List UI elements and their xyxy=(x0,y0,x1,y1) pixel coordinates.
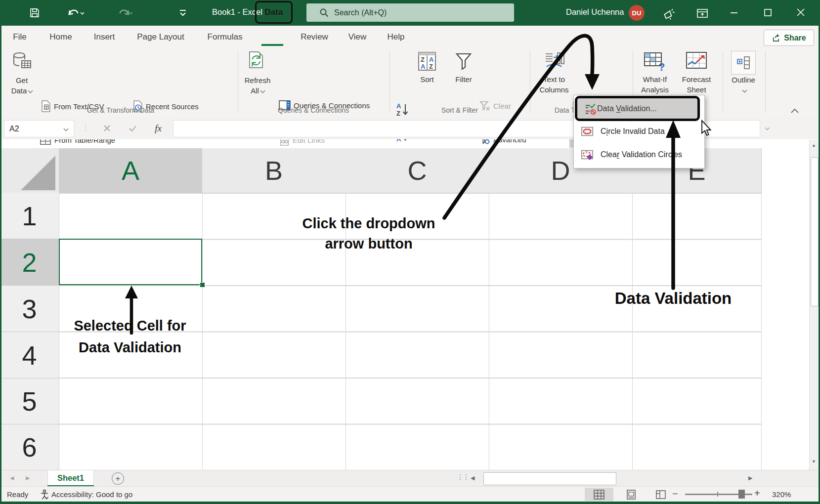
page-break-view-icon xyxy=(655,490,666,500)
filter-button[interactable]: Filter xyxy=(450,51,477,84)
column-header-b[interactable]: B xyxy=(202,148,346,193)
horizontal-scrollbar-thumb[interactable] xyxy=(483,472,616,485)
sort-label: Sort xyxy=(420,75,434,84)
refresh-all-button[interactable]: Refresh All xyxy=(240,51,275,96)
chevron-down-icon xyxy=(742,88,747,93)
menu-item-clear-validation-circles[interactable]: Clear Validation Circles xyxy=(574,144,704,165)
name-box[interactable]: A2 xyxy=(4,120,74,137)
filter-label: Filter xyxy=(455,75,472,84)
share-button[interactable]: Share xyxy=(764,30,814,46)
group-divider xyxy=(765,51,766,112)
filter-icon xyxy=(454,51,474,72)
sort-button[interactable]: ZAAZ Sort xyxy=(414,51,440,84)
group-label-get-transform: Get & Transform Data xyxy=(87,106,154,114)
cancel-button xyxy=(97,120,117,136)
svg-text:Z: Z xyxy=(396,110,400,117)
zoom-out-button[interactable]: − xyxy=(672,488,678,500)
row-header-3[interactable]: 3 xyxy=(0,286,59,332)
outline-button[interactable]: Outline xyxy=(729,51,758,95)
maximize-button[interactable] xyxy=(764,9,772,16)
redo-icon[interactable] xyxy=(116,6,132,19)
zoom-level[interactable]: 320% xyxy=(772,490,791,499)
view-normal-button[interactable] xyxy=(585,488,613,501)
expand-formula-bar-icon[interactable] xyxy=(765,126,770,130)
tab-page-layout[interactable]: Page Layout xyxy=(137,26,184,48)
ribbon-display-options-icon[interactable] xyxy=(696,7,709,19)
text-to-columns-button[interactable]: Text to Columns xyxy=(537,51,571,95)
hscroll-left-icon[interactable]: ◀ xyxy=(471,475,475,481)
active-tab-underline xyxy=(261,44,283,46)
group-divider xyxy=(238,51,238,112)
window-edge-left xyxy=(0,26,1,504)
row-header-1[interactable]: 1 xyxy=(0,193,59,239)
avatar[interactable]: DU xyxy=(629,5,645,21)
svg-text:A: A xyxy=(421,63,426,70)
new-sheet-button[interactable]: + xyxy=(112,472,124,485)
svg-text:A: A xyxy=(429,56,434,63)
forecast-sheet-button[interactable]: Forecast Sheet xyxy=(681,51,712,95)
column-header-a[interactable]: A xyxy=(59,148,203,194)
page-layout-view-icon xyxy=(626,490,637,500)
tab-view[interactable]: View xyxy=(348,26,367,48)
view-page-break-button[interactable] xyxy=(647,488,675,501)
svg-text:Z: Z xyxy=(421,56,425,63)
tab-home[interactable]: Home xyxy=(49,26,72,48)
hscroll-right-icon[interactable]: ▶ xyxy=(748,475,752,481)
tab-data[interactable]: Data xyxy=(255,1,293,24)
user-name: Daniel Uchenna xyxy=(566,7,624,17)
insert-function-button[interactable]: fx xyxy=(148,120,168,136)
vertical-scrollbar[interactable]: ▲ ▼ xyxy=(809,140,819,470)
annotation-selected-cell-line1: Selected Cell for xyxy=(74,318,186,334)
sheet-nav-right-icon[interactable]: ▶ xyxy=(26,475,30,481)
status-bar: Ready Accessibility: Good to go − + 320% xyxy=(0,486,820,502)
tab-formulas[interactable]: Formulas xyxy=(208,26,243,48)
text-to-columns-label: Text to xyxy=(543,75,565,84)
sort-ascending-button[interactable]: AZ xyxy=(395,102,410,117)
row-header-6[interactable]: 6 xyxy=(0,424,59,470)
svg-text:A: A xyxy=(396,102,401,110)
sheet-nav-left-icon[interactable]: ◀ xyxy=(10,475,14,481)
column-header-c[interactable]: C xyxy=(345,148,489,193)
clear-validation-circles-icon xyxy=(581,148,594,161)
tab-review[interactable]: Review xyxy=(301,26,328,48)
menu-item-circle-invalid-data[interactable]: Circle Invalid Data xyxy=(574,121,704,142)
view-page-layout-button[interactable] xyxy=(617,488,646,501)
vscroll-down-icon[interactable]: ▼ xyxy=(812,459,816,464)
menu-item-data-validation[interactable]: Data Validation... xyxy=(575,96,700,121)
close-button[interactable] xyxy=(797,8,805,16)
refresh-all-label: Refresh xyxy=(245,76,271,84)
share-icon xyxy=(772,33,781,42)
menu-item-label: Circle Invalid Data xyxy=(601,127,665,136)
feedback-megaphone-icon[interactable] xyxy=(662,6,676,20)
row-header-4[interactable]: 4 xyxy=(0,332,59,378)
clear-filter-icon xyxy=(479,100,490,111)
zoom-in-button[interactable]: + xyxy=(754,488,760,499)
sheet-tab-sheet1[interactable]: Sheet1 xyxy=(47,470,94,485)
tab-file[interactable]: File xyxy=(13,26,26,48)
tab-scrollbar-splitter[interactable]: ⋮⋮ xyxy=(457,473,469,481)
vscroll-up-icon[interactable]: ▲ xyxy=(812,143,816,148)
name-box-dropdown-icon[interactable] xyxy=(64,126,69,131)
quick-access-toolbar-icon[interactable] xyxy=(178,9,188,17)
data-validation-dropdown-menu: Data Validation... Circle Invalid Data C… xyxy=(573,95,705,168)
get-data-button[interactable]: Get Data xyxy=(7,51,37,96)
menu-item-label: Data Validation... xyxy=(597,104,657,113)
row-header-5[interactable]: 5 xyxy=(0,378,59,424)
minimize-button[interactable] xyxy=(731,12,737,14)
search-placeholder: Search (Alt+Q) xyxy=(334,8,387,17)
formula-bar-splitter[interactable]: ⋮ xyxy=(82,123,89,132)
tab-insert[interactable]: Insert xyxy=(94,26,115,48)
row-header-2[interactable]: 2 xyxy=(0,239,60,286)
ribbon-tab-bar: File Home Insert Page Layout Formulas Re… xyxy=(0,26,820,48)
tab-help[interactable]: Help xyxy=(388,26,405,48)
status-accessibility[interactable]: Accessibility: Good to go xyxy=(51,490,132,499)
vertical-scrollbar-thumb[interactable] xyxy=(811,157,819,306)
collapse-ribbon-button[interactable] xyxy=(790,107,800,114)
fill-handle[interactable] xyxy=(200,282,205,288)
zoom-slider-thumb[interactable] xyxy=(738,490,745,499)
checkmark-icon xyxy=(129,125,137,132)
undo-icon[interactable] xyxy=(67,6,84,19)
selected-cell-a2[interactable] xyxy=(59,239,202,285)
search-box[interactable]: Search (Alt+Q) xyxy=(306,3,514,22)
save-icon[interactable] xyxy=(29,7,41,19)
